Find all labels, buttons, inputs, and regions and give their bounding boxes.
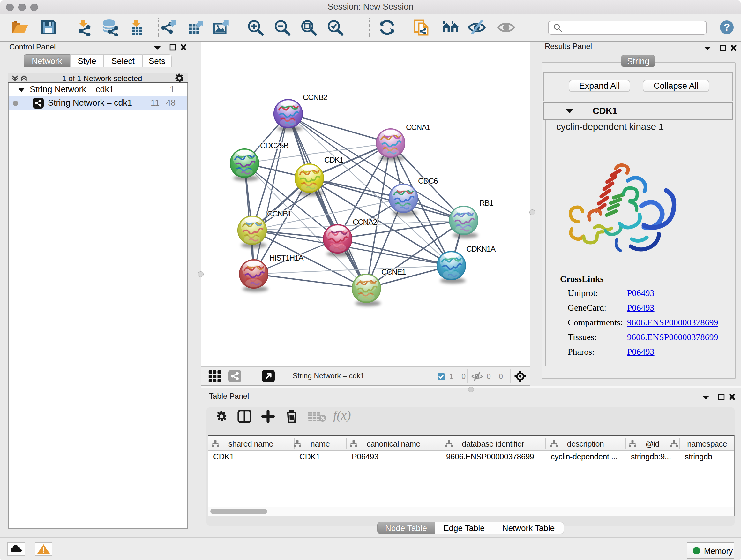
svg-text:HIST1H1A: HIST1H1A [269, 253, 304, 262]
svg-text:CCNE1: CCNE1 [381, 267, 406, 276]
svg-text:CCNA1: CCNA1 [406, 123, 430, 132]
svg-text:RB1: RB1 [479, 199, 493, 207]
svg-text:CDK1: CDK1 [324, 155, 344, 164]
svg-text:CDC25B: CDC25B [260, 141, 288, 150]
svg-text:CCNB1: CCNB1 [267, 209, 292, 218]
svg-text:CDKN1A: CDKN1A [466, 245, 496, 253]
svg-text:CDC6: CDC6 [418, 177, 438, 185]
svg-text:CCNA2: CCNA2 [353, 218, 377, 226]
svg-text:CCNB2: CCNB2 [303, 93, 327, 102]
